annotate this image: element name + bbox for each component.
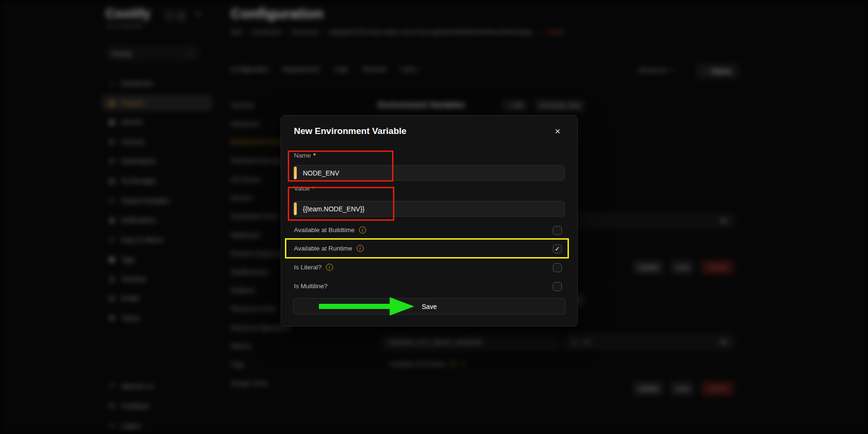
modal-title: New Environment Variable	[294, 126, 407, 136]
value-field-label: Value*	[294, 185, 315, 192]
required-asterisk: *	[312, 185, 315, 192]
check-icon: ✓	[555, 245, 560, 252]
close-icon[interactable]: ×	[551, 125, 564, 137]
multiline-checkbox[interactable]	[553, 282, 562, 291]
value-input[interactable]: {{team.NODE_ENV}}	[293, 201, 565, 217]
literal-checkbox[interactable]	[553, 263, 562, 272]
name-input[interactable]: NODE_ENV	[293, 165, 565, 181]
new-env-variable-modal: New Environment Variable × Name* NODE_EN…	[281, 115, 578, 326]
name-field-label: Name*	[294, 152, 316, 159]
value-input-value: {{team.NODE_ENV}}	[303, 205, 365, 213]
runtime-label: Available at Runtime i	[294, 245, 364, 252]
name-input-value: NODE_ENV	[303, 169, 339, 177]
runtime-checkbox[interactable]: ✓	[553, 244, 562, 253]
required-asterisk: *	[313, 152, 316, 159]
buildtime-label: Available at Buildtime i	[294, 226, 366, 234]
save-button[interactable]: Save	[293, 298, 566, 315]
modified-accent-bar	[294, 167, 297, 179]
info-icon[interactable]: i	[359, 226, 366, 234]
literal-label: Is Literal? i	[294, 264, 333, 271]
modified-accent-bar	[294, 202, 297, 215]
buildtime-checkbox[interactable]	[553, 226, 562, 235]
multiline-label: Is Multiline?	[294, 283, 327, 290]
info-icon[interactable]: i	[357, 245, 364, 252]
info-icon[interactable]: i	[326, 264, 333, 271]
